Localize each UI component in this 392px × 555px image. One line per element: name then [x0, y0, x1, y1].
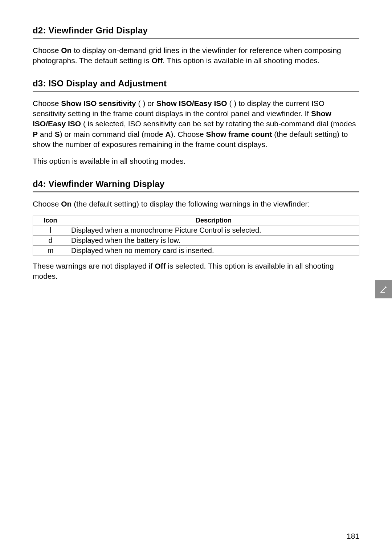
section-d2: d2: Viewfinder Grid Display Choose On to…: [33, 25, 359, 66]
paragraph-d3-2: This option is available in all shooting…: [33, 156, 359, 166]
paragraph-d4-outro: These warnings are not displayed if Off …: [33, 261, 359, 282]
paragraph-d4-intro: Choose On (the default setting) to displ…: [33, 199, 359, 209]
cell-icon: m: [33, 246, 68, 256]
paragraph-d2: Choose On to display on-demand grid line…: [33, 45, 359, 66]
cell-desc: Displayed when a monochrome Picture Cont…: [68, 225, 359, 236]
paragraph-d3-1: Choose Show ISO sensitivity ( ) or Show …: [33, 98, 359, 150]
cell-icon: l: [33, 225, 68, 236]
cell-desc: Displayed when no memory card is inserte…: [68, 246, 359, 256]
table-header-row: Icon Description: [33, 216, 359, 225]
cell-icon: d: [33, 236, 68, 246]
section-d3: d3: ISO Display and Adjustment Choose Sh…: [33, 78, 359, 167]
heading-d3: d3: ISO Display and Adjustment: [33, 78, 359, 89]
heading-d2: d2: Viewfinder Grid Display: [33, 25, 359, 36]
rule: [33, 38, 359, 39]
rule: [33, 91, 359, 92]
heading-d4: d4: Viewfinder Warning Display: [33, 179, 359, 189]
page-number: 181: [347, 532, 359, 540]
table-row: m Displayed when no memory card is inser…: [33, 246, 359, 256]
table-row: d Displayed when the battery is low.: [33, 236, 359, 246]
warnings-table: Icon Description l Displayed when a mono…: [33, 216, 359, 256]
rule: [33, 191, 359, 192]
manual-page: d2: Viewfinder Grid Display Choose On to…: [0, 0, 392, 309]
cell-desc: Displayed when the battery is low.: [68, 236, 359, 246]
table-row: l Displayed when a monochrome Picture Co…: [33, 225, 359, 236]
section-d4: d4: Viewfinder Warning Display Choose On…: [33, 179, 359, 282]
edge-tab-icon: [375, 280, 392, 298]
col-description: Description: [68, 216, 359, 225]
col-icon: Icon: [33, 216, 68, 225]
